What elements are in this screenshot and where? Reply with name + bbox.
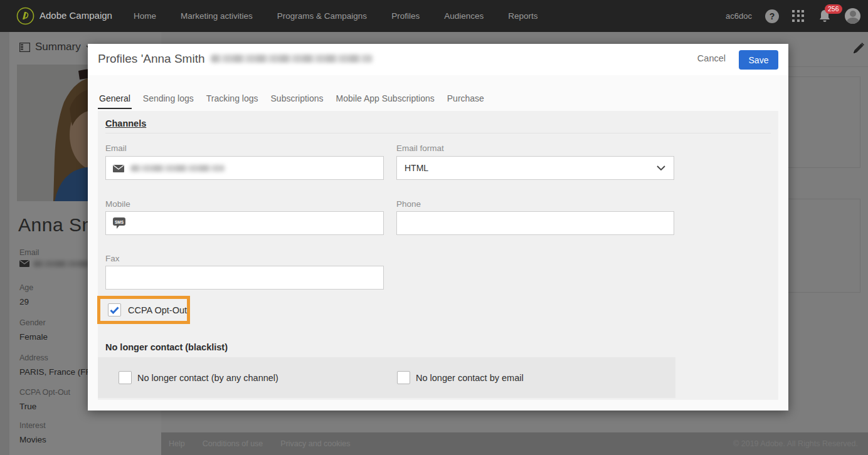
cancel-button[interactable]: Cancel xyxy=(697,53,726,63)
email-field-label: Email xyxy=(105,144,127,153)
redacted-email-value xyxy=(130,165,225,172)
nav-item-programs-campaigns[interactable]: Programs & Campaigns xyxy=(277,11,367,21)
nav-right-cluster: ac6doc ? 256 xyxy=(726,0,860,32)
nav-menu: Home Marketing activities Programs & Cam… xyxy=(134,0,537,32)
user-avatar[interactable] xyxy=(845,8,860,24)
blacklist-heading: No longer contact (blacklist) xyxy=(105,342,228,352)
tab-tracking-logs[interactable]: Tracking logs xyxy=(205,90,260,109)
save-button[interactable]: Save xyxy=(739,50,778,70)
fax-input[interactable] xyxy=(105,266,384,290)
tab-sending-logs[interactable]: Sending logs xyxy=(142,90,195,109)
blacklist-option-any-channel: No longer contact (by any channel) xyxy=(119,357,278,398)
redacted-title-email xyxy=(211,55,373,63)
tab-purchase[interactable]: Purchase xyxy=(446,90,485,109)
chevron-down-icon xyxy=(657,165,665,171)
no-longer-contact-email-label: No longer contact by email xyxy=(416,373,524,383)
email-format-value: HTML xyxy=(405,163,428,173)
nav-item-home[interactable]: Home xyxy=(134,11,156,21)
nav-item-audiences[interactable]: Audiences xyxy=(444,11,484,21)
modal-header: Profiles 'Anna Smith Cancel Save xyxy=(88,44,788,75)
channels-heading: Channels xyxy=(105,118,146,128)
tab-mobile-app-subscriptions[interactable]: Mobile App Subscriptions xyxy=(335,90,436,109)
ccpa-opt-out-checkbox[interactable] xyxy=(108,303,121,316)
envelope-icon xyxy=(113,165,124,172)
profile-edit-modal: Profiles 'Anna Smith Cancel Save General… xyxy=(88,44,788,411)
notification-count-badge: 256 xyxy=(825,4,842,14)
phone-field-label: Phone xyxy=(396,199,421,209)
adobe-campaign-logo-icon xyxy=(16,7,34,25)
no-longer-contact-any-channel-checkbox[interactable] xyxy=(119,371,132,384)
no-longer-contact-email-checkbox[interactable] xyxy=(397,371,410,384)
email-format-select[interactable]: HTML xyxy=(396,156,674,180)
fax-field-label: Fax xyxy=(105,254,120,263)
tab-subscriptions[interactable]: Subscriptions xyxy=(270,90,325,109)
email-format-label: Email format xyxy=(396,144,444,153)
ccpa-opt-out-label: CCPA Opt-Out xyxy=(128,305,187,315)
nav-item-reports[interactable]: Reports xyxy=(508,11,537,21)
blacklist-panel: No longer contact (by any channel) No lo… xyxy=(98,357,675,398)
apps-grid-icon[interactable] xyxy=(792,10,805,23)
top-nav-bar: Adobe Campaign Home Marketing activities… xyxy=(0,0,868,32)
help-icon[interactable]: ? xyxy=(765,9,779,23)
mobile-input[interactable] xyxy=(105,211,384,235)
sms-icon: SMS xyxy=(113,217,125,229)
phone-input[interactable] xyxy=(396,211,674,235)
svg-text:SMS: SMS xyxy=(115,220,124,224)
general-tab-panel: Channels Email Email format HTML xyxy=(98,111,778,400)
tab-general[interactable]: General xyxy=(98,90,132,109)
nav-item-marketing-activities[interactable]: Marketing activities xyxy=(181,11,253,21)
username-label: ac6doc xyxy=(726,11,752,21)
modal-title-text: Profiles 'Anna Smith xyxy=(98,52,204,65)
notifications-bell-icon[interactable]: 256 xyxy=(818,9,832,24)
nav-item-profiles[interactable]: Profiles xyxy=(391,11,420,21)
mobile-field-label: Mobile xyxy=(105,199,130,209)
no-longer-contact-any-channel-label: No longer contact (by any channel) xyxy=(137,373,278,383)
blacklist-option-email: No longer contact by email xyxy=(397,357,524,398)
modal-title: Profiles 'Anna Smith xyxy=(98,52,373,66)
modal-tabs: General Sending logs Tracking logs Subsc… xyxy=(98,90,485,109)
channels-divider xyxy=(105,133,771,133)
brand-name: Adobe Campaign xyxy=(40,10,112,21)
checkmark-icon xyxy=(110,306,119,314)
modal-body: General Sending logs Tracking logs Subsc… xyxy=(88,75,788,411)
ccpa-highlight-callout: CCPA Opt-Out xyxy=(97,296,190,324)
